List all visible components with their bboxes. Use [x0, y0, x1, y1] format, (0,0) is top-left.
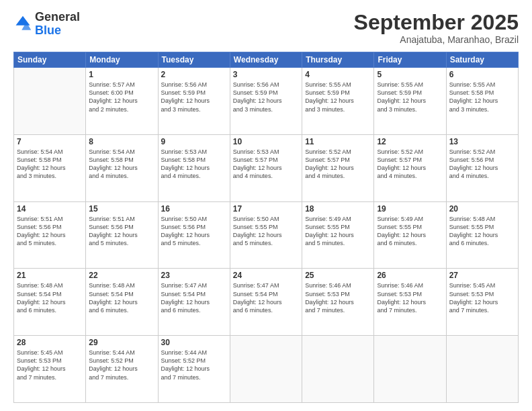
day-number: 29: [89, 338, 154, 347]
calendar-week-1: 1Sunrise: 5:57 AM Sunset: 6:00 PM Daylig…: [14, 68, 519, 135]
cell-daylight-info: Sunrise: 5:52 AM Sunset: 5:57 PM Dayligh…: [377, 148, 443, 181]
cell-daylight-info: Sunrise: 5:48 AM Sunset: 5:54 PM Dayligh…: [89, 281, 154, 314]
calendar-cell: 6Sunrise: 5:55 AM Sunset: 5:58 PM Daylig…: [446, 68, 518, 135]
month-title: September 2025: [354, 11, 519, 34]
calendar-cell: 18Sunrise: 5:49 AM Sunset: 5:55 PM Dayli…: [302, 201, 374, 269]
day-number: 15: [89, 204, 154, 214]
calendar-table: Sunday Monday Tuesday Wednesday Thursday…: [13, 52, 519, 403]
calendar-cell: 5Sunrise: 5:55 AM Sunset: 5:59 PM Daylig…: [374, 68, 446, 135]
day-number: 11: [305, 137, 371, 146]
calendar-cell: 16Sunrise: 5:50 AM Sunset: 5:56 PM Dayli…: [158, 201, 230, 269]
cell-daylight-info: Sunrise: 5:51 AM Sunset: 5:56 PM Dayligh…: [89, 215, 154, 248]
cell-daylight-info: Sunrise: 5:49 AM Sunset: 5:55 PM Dayligh…: [305, 215, 371, 248]
calendar-cell: 27Sunrise: 5:45 AM Sunset: 5:53 PM Dayli…: [446, 269, 518, 336]
day-number: 22: [89, 271, 154, 280]
day-number: 23: [161, 271, 227, 280]
day-number: 7: [17, 137, 83, 146]
cell-daylight-info: Sunrise: 5:48 AM Sunset: 5:54 PM Dayligh…: [17, 281, 83, 314]
cell-daylight-info: Sunrise: 5:56 AM Sunset: 5:59 PM Dayligh…: [161, 81, 227, 113]
calendar-week-4: 21Sunrise: 5:48 AM Sunset: 5:54 PM Dayli…: [14, 269, 519, 336]
calendar-cell: 24Sunrise: 5:47 AM Sunset: 5:54 PM Dayli…: [230, 269, 302, 336]
cell-daylight-info: Sunrise: 5:47 AM Sunset: 5:54 PM Dayligh…: [161, 281, 227, 314]
day-number: 16: [161, 204, 227, 214]
page: General Blue September 2025 Anajatuba, M…: [0, 0, 532, 411]
day-number: 5: [377, 70, 443, 79]
day-number: 20: [449, 204, 515, 214]
calendar-cell: 30Sunrise: 5:44 AM Sunset: 5:52 PM Dayli…: [158, 336, 230, 403]
cell-daylight-info: Sunrise: 5:52 AM Sunset: 5:56 PM Dayligh…: [449, 148, 515, 181]
cell-daylight-info: Sunrise: 5:44 AM Sunset: 5:52 PM Dayligh…: [89, 349, 154, 381]
cell-daylight-info: Sunrise: 5:53 AM Sunset: 5:58 PM Dayligh…: [161, 148, 227, 181]
calendar-cell: 10Sunrise: 5:53 AM Sunset: 5:57 PM Dayli…: [230, 134, 302, 201]
calendar-cell: 15Sunrise: 5:51 AM Sunset: 5:56 PM Dayli…: [86, 201, 158, 269]
svg-marker-0: [16, 16, 30, 26]
cell-daylight-info: Sunrise: 5:51 AM Sunset: 5:56 PM Dayligh…: [17, 215, 83, 248]
calendar-cell: 2Sunrise: 5:56 AM Sunset: 5:59 PM Daylig…: [158, 68, 230, 135]
calendar-cell: 1Sunrise: 5:57 AM Sunset: 6:00 PM Daylig…: [86, 68, 158, 135]
calendar-cell: [446, 336, 518, 403]
day-number: 27: [449, 271, 515, 280]
cell-daylight-info: Sunrise: 5:50 AM Sunset: 5:55 PM Dayligh…: [233, 215, 299, 248]
calendar-cell: [374, 336, 446, 403]
calendar-cell: 17Sunrise: 5:50 AM Sunset: 5:55 PM Dayli…: [230, 201, 302, 269]
day-number: 14: [17, 204, 83, 214]
day-number: 6: [449, 70, 515, 79]
day-number: 21: [17, 271, 83, 280]
cell-daylight-info: Sunrise: 5:55 AM Sunset: 5:58 PM Dayligh…: [449, 81, 515, 113]
calendar-cell: 23Sunrise: 5:47 AM Sunset: 5:54 PM Dayli…: [158, 269, 230, 336]
calendar-cell: 20Sunrise: 5:48 AM Sunset: 5:55 PM Dayli…: [446, 201, 518, 269]
cell-daylight-info: Sunrise: 5:57 AM Sunset: 6:00 PM Dayligh…: [89, 81, 154, 113]
col-tuesday: Tuesday: [158, 52, 230, 68]
col-wednesday: Wednesday: [230, 52, 302, 68]
calendar-cell: 14Sunrise: 5:51 AM Sunset: 5:56 PM Dayli…: [14, 201, 86, 269]
calendar-week-3: 14Sunrise: 5:51 AM Sunset: 5:56 PM Dayli…: [14, 201, 519, 269]
col-monday: Monday: [86, 52, 158, 68]
day-number: 3: [233, 70, 299, 79]
day-number: 4: [305, 70, 371, 79]
day-number: 9: [161, 137, 227, 146]
calendar-cell: 29Sunrise: 5:44 AM Sunset: 5:52 PM Dayli…: [86, 336, 158, 403]
logo: General Blue: [13, 11, 80, 38]
day-number: 24: [233, 271, 299, 280]
calendar-cell: 7Sunrise: 5:54 AM Sunset: 5:58 PM Daylig…: [14, 134, 86, 201]
day-number: 8: [89, 137, 154, 146]
day-number: 25: [305, 271, 371, 280]
calendar-cell: 21Sunrise: 5:48 AM Sunset: 5:54 PM Dayli…: [14, 269, 86, 336]
calendar-cell: 4Sunrise: 5:55 AM Sunset: 5:59 PM Daylig…: [302, 68, 374, 135]
cell-daylight-info: Sunrise: 5:44 AM Sunset: 5:52 PM Dayligh…: [161, 349, 227, 381]
logo-icon: [13, 15, 32, 34]
cell-daylight-info: Sunrise: 5:45 AM Sunset: 5:53 PM Dayligh…: [17, 349, 83, 381]
calendar-header-row: Sunday Monday Tuesday Wednesday Thursday…: [14, 52, 519, 68]
calendar-cell: 8Sunrise: 5:54 AM Sunset: 5:58 PM Daylig…: [86, 134, 158, 201]
col-friday: Friday: [374, 52, 446, 68]
col-thursday: Thursday: [302, 52, 374, 68]
day-number: 13: [449, 137, 515, 146]
calendar-body: 1Sunrise: 5:57 AM Sunset: 6:00 PM Daylig…: [14, 68, 519, 403]
calendar-cell: [230, 336, 302, 403]
cell-daylight-info: Sunrise: 5:54 AM Sunset: 5:58 PM Dayligh…: [17, 148, 83, 181]
day-number: 28: [17, 338, 83, 347]
logo-text-general: General: [35, 11, 80, 24]
calendar-cell: [302, 336, 374, 403]
cell-daylight-info: Sunrise: 5:49 AM Sunset: 5:55 PM Dayligh…: [377, 215, 443, 248]
cell-daylight-info: Sunrise: 5:54 AM Sunset: 5:58 PM Dayligh…: [89, 148, 154, 181]
cell-daylight-info: Sunrise: 5:48 AM Sunset: 5:55 PM Dayligh…: [449, 215, 515, 248]
col-saturday: Saturday: [446, 52, 518, 68]
day-number: 26: [377, 271, 443, 280]
calendar-cell: 9Sunrise: 5:53 AM Sunset: 5:58 PM Daylig…: [158, 134, 230, 201]
calendar-cell: 11Sunrise: 5:52 AM Sunset: 5:57 PM Dayli…: [302, 134, 374, 201]
calendar-cell: 22Sunrise: 5:48 AM Sunset: 5:54 PM Dayli…: [86, 269, 158, 336]
cell-daylight-info: Sunrise: 5:52 AM Sunset: 5:57 PM Dayligh…: [305, 148, 371, 181]
day-number: 10: [233, 137, 299, 146]
col-sunday: Sunday: [14, 52, 86, 68]
day-number: 30: [161, 338, 227, 347]
cell-daylight-info: Sunrise: 5:53 AM Sunset: 5:57 PM Dayligh…: [233, 148, 299, 181]
day-number: 1: [89, 70, 154, 79]
day-number: 2: [161, 70, 227, 79]
calendar-cell: 28Sunrise: 5:45 AM Sunset: 5:53 PM Dayli…: [14, 336, 86, 403]
cell-daylight-info: Sunrise: 5:50 AM Sunset: 5:56 PM Dayligh…: [161, 215, 227, 248]
day-number: 17: [233, 204, 299, 214]
calendar-cell: 25Sunrise: 5:46 AM Sunset: 5:53 PM Dayli…: [302, 269, 374, 336]
title-block: September 2025 Anajatuba, Maranhao, Braz…: [354, 11, 519, 45]
calendar-cell: 3Sunrise: 5:56 AM Sunset: 5:59 PM Daylig…: [230, 68, 302, 135]
